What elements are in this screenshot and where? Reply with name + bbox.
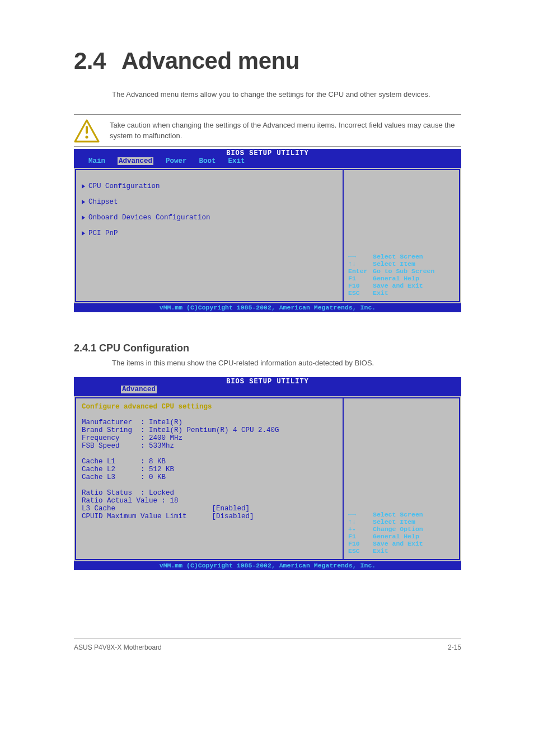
help-key: ESC: [348, 547, 373, 555]
section-number: 2.4: [74, 48, 106, 74]
help-val: General Help: [373, 533, 455, 540]
help-key: ↑↓: [348, 518, 373, 525]
tab-advanced[interactable]: Advanced: [118, 157, 153, 165]
submenu-cpu-configuration[interactable]: CPU Configuration: [82, 182, 337, 190]
bios-titlebar: BIOS SETUP UTILITY Advanced: [74, 377, 461, 396]
bios-copyright: vMM.mm (C)Copyright 1985-2002, American …: [74, 303, 461, 312]
cpu-brand-string: Intel(R) Pentium(R) 4 CPU 2.40G: [149, 426, 279, 434]
cpu-config-header: Configure advanced CPU settings: [82, 403, 212, 411]
help-val: General Help: [373, 275, 455, 282]
cpu-manufacturer: Intel(R): [149, 419, 182, 426]
help-val: Save and Exit: [373, 540, 455, 547]
triangle-icon: [82, 184, 85, 189]
subsection-text: The items in this menu show the CPU-rela…: [112, 358, 459, 369]
bios-tabs: Main Advanced Power Boot Exit: [77, 157, 458, 165]
intro-text: The Advanced menu items allow you to cha…: [112, 90, 459, 100]
help-key: ↑↓: [348, 260, 373, 267]
help-key: F10: [348, 540, 373, 547]
cache-l1: 8 KB: [149, 458, 166, 466]
subsection-heading: 2.4.1 CPU Configuration: [74, 342, 189, 354]
help-val: Select Item: [373, 518, 455, 525]
submenu-onboard-devices[interactable]: Onboard Devices Configuration: [82, 214, 337, 222]
option-l3-cache-label[interactable]: L3 Cache: [82, 505, 115, 513]
caution-text: Take caution when changing the settings …: [110, 120, 461, 142]
caution-block: Take caution when changing the settings …: [74, 111, 461, 150]
help-val: Select Item: [373, 260, 455, 267]
help-key: ESC: [348, 289, 373, 297]
bios-utility-title: BIOS SETUP UTILITY: [77, 149, 458, 157]
bios-left-panel: CPU Configuration Chipset Onboard Device…: [75, 169, 343, 302]
submenu-pci-pnp[interactable]: PCI PnP: [82, 229, 337, 237]
cpu-frequency: 2400 MHz: [149, 434, 182, 442]
bios-help-panel: ←→Select Screen ↑↓Select Item EnterGo to…: [343, 169, 460, 302]
triangle-icon: [82, 231, 85, 236]
tab-power[interactable]: Power: [166, 157, 187, 165]
section-title: Advanced menu: [121, 48, 299, 74]
bios-help-panel: ←→Select Screen ↑↓Select Item +-Change O…: [343, 397, 460, 560]
bios-titlebar: BIOS SETUP UTILITY Main Advanced Power B…: [74, 149, 461, 168]
tab-main[interactable]: Main: [88, 157, 105, 165]
submenu-label: Onboard Devices Configuration: [88, 214, 210, 222]
help-key: Enter: [348, 267, 373, 275]
warning-icon: [74, 119, 100, 143]
cache-l2: 512 KB: [149, 466, 174, 473]
cache-l3: 0 KB: [149, 473, 166, 481]
ratio-actual: 18: [170, 497, 179, 505]
help-key: F10: [348, 282, 373, 289]
footer-left: ASUS P4V8X-X Motherboard: [74, 644, 162, 651]
svg-rect-1: [86, 126, 88, 134]
help-key: ←→: [348, 253, 373, 260]
svg-point-2: [85, 135, 88, 138]
cpu-fsb-speed: 533Mhz: [149, 442, 174, 450]
submenu-label: PCI PnP: [88, 229, 118, 237]
triangle-icon: [82, 215, 85, 220]
help-val: Exit: [373, 289, 455, 297]
option-l3-cache-value[interactable]: [Enabled]: [212, 505, 250, 513]
help-val: Save and Exit: [373, 282, 455, 289]
tab-advanced[interactable]: Advanced: [121, 386, 157, 393]
footer-right: 2-15: [448, 644, 461, 651]
triangle-icon: [82, 200, 85, 204]
option-cpuid-label[interactable]: CPUID Maximum Value Limit: [82, 513, 187, 520]
help-key: F1: [348, 533, 373, 540]
submenu-label: Chipset: [88, 198, 118, 206]
bios-tabs: Advanced: [77, 386, 458, 393]
help-val: Go to Sub Screen: [373, 267, 455, 275]
bios-cpu-configuration: BIOS SETUP UTILITY Advanced Configure ad…: [74, 377, 461, 570]
page-title: 2.4Advanced menu: [74, 48, 299, 74]
help-val: Change Option: [373, 525, 455, 533]
bios-left-panel: Configure advanced CPU settings Manufact…: [75, 397, 343, 560]
submenu-chipset[interactable]: Chipset: [82, 198, 337, 206]
submenu-label: CPU Configuration: [88, 182, 160, 190]
bios-utility-title: BIOS SETUP UTILITY: [77, 378, 458, 386]
help-val: Select Screen: [373, 511, 455, 518]
page-footer: ASUS P4V8X-X Motherboard 2-15: [74, 644, 461, 651]
help-key: F1: [348, 275, 373, 282]
tab-boot[interactable]: Boot: [199, 157, 216, 165]
tab-exit[interactable]: Exit: [228, 157, 245, 165]
footer-divider: [74, 638, 461, 638]
bios-advanced-menu: BIOS SETUP UTILITY Main Advanced Power B…: [74, 149, 461, 312]
ratio-status: Locked: [149, 489, 174, 497]
option-cpuid-value[interactable]: [Disabled]: [212, 513, 254, 520]
bios-copyright: vMM.mm (C)Copyright 1985-2002, American …: [74, 561, 461, 570]
help-val: Select Screen: [373, 253, 455, 260]
help-key: ←→: [348, 511, 373, 518]
help-key: +-: [348, 525, 373, 533]
help-val: Exit: [373, 547, 455, 555]
